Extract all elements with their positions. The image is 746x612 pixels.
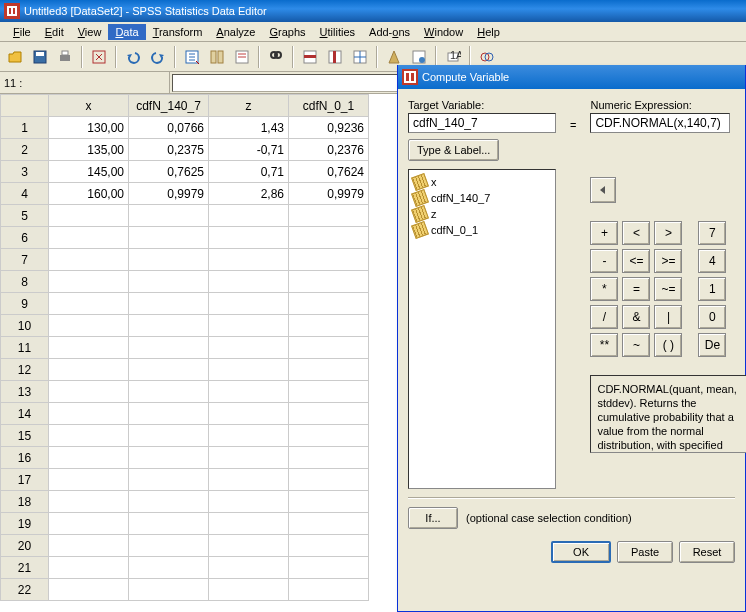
- row-header[interactable]: 18: [1, 491, 49, 513]
- data-cell[interactable]: [129, 513, 209, 535]
- undo-icon[interactable]: [122, 46, 144, 68]
- move-variable-button[interactable]: [590, 177, 616, 203]
- data-cell[interactable]: [209, 447, 289, 469]
- data-cell[interactable]: [209, 381, 289, 403]
- data-cell[interactable]: 0,2376: [289, 139, 369, 161]
- data-cell[interactable]: [49, 535, 129, 557]
- row-header[interactable]: 16: [1, 447, 49, 469]
- open-icon[interactable]: [4, 46, 26, 68]
- data-cell[interactable]: [209, 293, 289, 315]
- data-cell[interactable]: 2,86: [209, 183, 289, 205]
- calc-button[interactable]: 1: [698, 277, 726, 301]
- data-cell[interactable]: [289, 359, 369, 381]
- data-cell[interactable]: [49, 557, 129, 579]
- data-cell[interactable]: [289, 337, 369, 359]
- col-header[interactable]: cdfN_0_1: [289, 95, 369, 117]
- data-cell[interactable]: [129, 271, 209, 293]
- row-header[interactable]: 2: [1, 139, 49, 161]
- col-header[interactable]: x: [49, 95, 129, 117]
- data-cell[interactable]: 0,9979: [129, 183, 209, 205]
- data-cell[interactable]: [129, 403, 209, 425]
- row-header[interactable]: 21: [1, 557, 49, 579]
- list-item[interactable]: cdfN_0_1: [411, 222, 553, 238]
- data-cell[interactable]: [289, 381, 369, 403]
- row-header[interactable]: 19: [1, 513, 49, 535]
- data-cell[interactable]: [49, 249, 129, 271]
- data-cell[interactable]: [129, 381, 209, 403]
- row-header[interactable]: 15: [1, 425, 49, 447]
- if-button[interactable]: If...: [408, 507, 458, 529]
- calc-button[interactable]: <: [622, 221, 650, 245]
- data-cell[interactable]: -0,71: [209, 139, 289, 161]
- data-cell[interactable]: [209, 249, 289, 271]
- reset-button[interactable]: Reset: [679, 541, 735, 563]
- data-cell[interactable]: 0,7625: [129, 161, 209, 183]
- menu-edit[interactable]: Edit: [38, 24, 71, 40]
- find-icon[interactable]: [265, 46, 287, 68]
- dialog-title-bar[interactable]: Compute Variable: [398, 65, 745, 89]
- target-variable-input[interactable]: [408, 113, 556, 133]
- data-cell[interactable]: 0,9236: [289, 117, 369, 139]
- data-cell[interactable]: [209, 315, 289, 337]
- row-header[interactable]: 9: [1, 293, 49, 315]
- data-cell[interactable]: [289, 227, 369, 249]
- data-cell[interactable]: 0,0766: [129, 117, 209, 139]
- data-cell[interactable]: [289, 425, 369, 447]
- data-cell[interactable]: [209, 579, 289, 601]
- menu-addons[interactable]: Add-ons: [362, 24, 417, 40]
- calc-button[interactable]: =: [622, 277, 650, 301]
- data-cell[interactable]: 0,7624: [289, 161, 369, 183]
- data-cell[interactable]: [49, 491, 129, 513]
- data-cell[interactable]: [129, 205, 209, 227]
- data-cell[interactable]: [289, 447, 369, 469]
- print-icon[interactable]: [54, 46, 76, 68]
- recall-icon[interactable]: [88, 46, 110, 68]
- row-header[interactable]: 1: [1, 117, 49, 139]
- menu-help[interactable]: Help: [470, 24, 507, 40]
- calc-button[interactable]: ~=: [654, 277, 682, 301]
- calc-button[interactable]: 7: [698, 221, 726, 245]
- data-cell[interactable]: [209, 425, 289, 447]
- numeric-expression-input[interactable]: [590, 113, 730, 133]
- redo-icon[interactable]: [147, 46, 169, 68]
- data-cell[interactable]: [289, 579, 369, 601]
- calc-button[interactable]: **: [590, 333, 618, 357]
- data-cell[interactable]: [49, 381, 129, 403]
- calc-button[interactable]: /: [590, 305, 618, 329]
- data-cell[interactable]: [49, 425, 129, 447]
- data-cell[interactable]: 0,9979: [289, 183, 369, 205]
- row-header[interactable]: 3: [1, 161, 49, 183]
- data-cell[interactable]: [129, 293, 209, 315]
- data-cell[interactable]: [209, 403, 289, 425]
- data-cell[interactable]: [209, 337, 289, 359]
- data-cell[interactable]: [49, 579, 129, 601]
- goto-var-icon[interactable]: [206, 46, 228, 68]
- menu-view[interactable]: View: [71, 24, 109, 40]
- data-cell[interactable]: [129, 425, 209, 447]
- row-header[interactable]: 7: [1, 249, 49, 271]
- data-cell[interactable]: 0,2375: [129, 139, 209, 161]
- data-cell[interactable]: [209, 359, 289, 381]
- data-cell[interactable]: [129, 469, 209, 491]
- data-cell[interactable]: [49, 271, 129, 293]
- calc-button[interactable]: |: [654, 305, 682, 329]
- data-cell[interactable]: [289, 249, 369, 271]
- row-header[interactable]: 22: [1, 579, 49, 601]
- data-cell[interactable]: [209, 513, 289, 535]
- menu-graphs[interactable]: Graphs: [262, 24, 312, 40]
- delete-button[interactable]: De: [698, 333, 726, 357]
- row-header[interactable]: 13: [1, 381, 49, 403]
- data-cell[interactable]: [289, 491, 369, 513]
- data-cell[interactable]: [289, 293, 369, 315]
- calc-button[interactable]: ( ): [654, 333, 682, 357]
- menu-window[interactable]: Window: [417, 24, 470, 40]
- calc-button[interactable]: 0: [698, 305, 726, 329]
- data-cell[interactable]: [209, 535, 289, 557]
- data-cell[interactable]: [129, 579, 209, 601]
- split-file-icon[interactable]: [349, 46, 371, 68]
- data-cell[interactable]: [49, 469, 129, 491]
- data-cell[interactable]: [289, 403, 369, 425]
- data-cell[interactable]: [129, 249, 209, 271]
- row-header[interactable]: 14: [1, 403, 49, 425]
- data-cell[interactable]: [49, 227, 129, 249]
